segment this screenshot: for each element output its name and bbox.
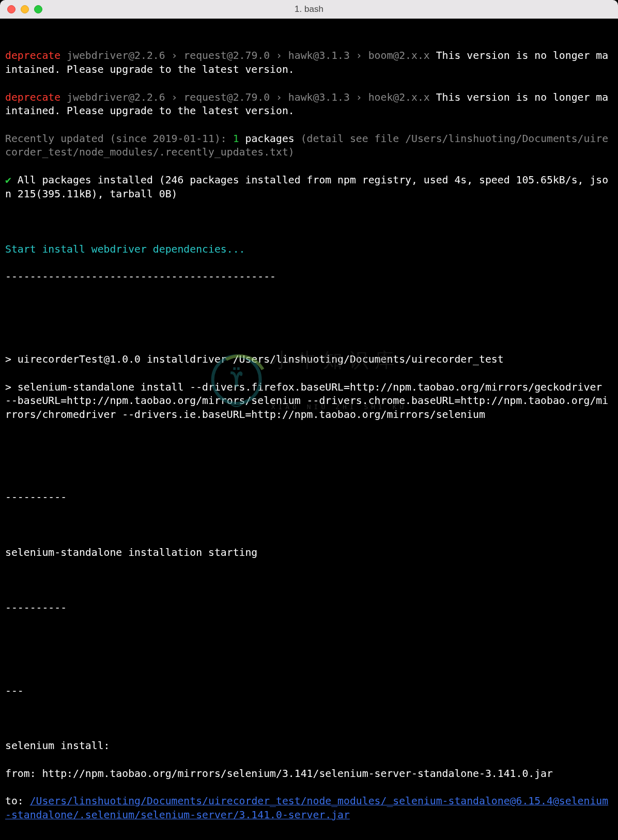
blank-line — [5, 325, 613, 339]
window-title: 1. bash — [295, 4, 323, 15]
selenium-start: selenium-standalone installation startin… — [5, 546, 613, 560]
blank-line — [5, 298, 613, 312]
log-line: ✔ All packages installed (246 packages i… — [5, 174, 613, 201]
recent-count: 1 — [233, 133, 239, 145]
dep-chain-2: jwebdriver@2.2.6 › request@2.79.0 › hawk… — [67, 91, 436, 103]
selenium-from: from: http://npm.taobao.org/mirrors/sele… — [5, 767, 613, 781]
maximize-icon[interactable] — [34, 5, 42, 13]
log-line: deprecate jwebdriver@2.2.6 › request@2.7… — [5, 49, 613, 76]
npm-script-line: > selenium-standalone install --drivers.… — [5, 381, 613, 422]
close-icon[interactable] — [7, 5, 16, 13]
log-line: Recently updated (since 2019-01-11): 1 p… — [5, 132, 613, 160]
selenium-heading: selenium install: — [5, 739, 613, 753]
blank-line — [5, 436, 613, 450]
log-line: deprecate jwebdriver@2.2.6 › request@2.7… — [5, 91, 613, 118]
blank-line — [5, 629, 613, 643]
npm-script-line: > uirecorderTest@1.0.0 installdriver /Us… — [5, 353, 613, 367]
deprecate-label: deprecate — [5, 91, 60, 103]
install-ok-msg: All packages installed (246 packages ins… — [5, 174, 608, 200]
deprecate-label: deprecate — [5, 50, 60, 61]
dep-chain-1: jwebdriver@2.2.6 › request@2.79.0 › hawk… — [67, 50, 436, 61]
check-icon: ✔ — [5, 174, 18, 186]
blank-line — [5, 215, 613, 229]
terminal-window: 1. bash ϔ ‿ 小牛知识库 XIAO NIU ZHI SHI KU de… — [0, 0, 618, 840]
banner-dash: ----------------------------------------… — [5, 270, 613, 284]
dash-line: --- — [5, 685, 613, 698]
blank-line — [5, 463, 613, 477]
path-link[interactable]: /Users/linshuoting/Documents/uirecorder_… — [5, 795, 608, 821]
recent-word: packages — [239, 133, 301, 145]
dash-line: ---------- — [5, 491, 613, 505]
traffic-lights — [7, 5, 42, 13]
dash-line: ---------- — [5, 601, 613, 615]
blank-line — [5, 519, 613, 533]
dash-line: --- — [5, 836, 613, 840]
blank-line — [5, 574, 613, 588]
selenium-to: to: /Users/linshuoting/Documents/uirecor… — [5, 795, 613, 822]
blank-line — [5, 712, 613, 726]
to-prefix: to: — [5, 795, 30, 807]
terminal-output[interactable]: ϔ ‿ 小牛知识库 XIAO NIU ZHI SHI KU deprecate … — [0, 19, 618, 840]
titlebar[interactable]: 1. bash — [0, 0, 618, 19]
recent-prefix: Recently updated (since 2019-01-11): — [5, 133, 233, 145]
start-banner: Start install webdriver dependencies... — [5, 243, 613, 257]
minimize-icon[interactable] — [21, 5, 29, 13]
blank-line — [5, 657, 613, 671]
